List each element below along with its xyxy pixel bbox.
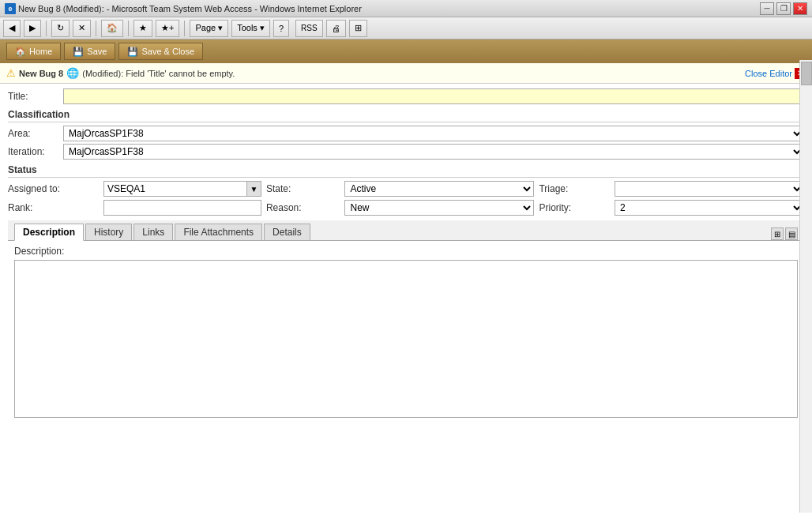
browser-toolbar: ◀ ▶ ↻ ✕ 🏠 ★ ★+ Page ▾ Tools ▾ ? RSS 🖨 ⊞: [0, 17, 812, 39]
iteration-row: Iteration: MajOrcasSP1F38: [8, 144, 804, 160]
rss-button[interactable]: RSS: [295, 20, 323, 37]
save-icon: 💾: [73, 47, 84, 57]
title-label: Title:: [8, 91, 63, 102]
back-button[interactable]: ◀: [3, 20, 21, 37]
priority-dropdown[interactable]: 1 2 3 4: [615, 200, 804, 216]
status-header: Status: [8, 164, 804, 178]
description-panel: Description:: [8, 241, 804, 425]
stop-button[interactable]: ✕: [73, 20, 91, 37]
area-dropdown[interactable]: MajOrcasSP1F38: [63, 126, 804, 141]
scrollbar-thumb[interactable]: [801, 62, 812, 85]
assigned-to-wrapper: ▼: [103, 181, 261, 197]
tab-history[interactable]: History: [85, 224, 132, 240]
browser-favicon: e: [5, 3, 16, 14]
tab-file-attachments[interactable]: File Attachments: [175, 224, 262, 240]
toolbar-separator2: [96, 21, 96, 36]
iteration-dropdown[interactable]: MajOrcasSP1F38: [63, 144, 804, 160]
help-button[interactable]: ?: [273, 20, 289, 37]
area-label: Area:: [8, 128, 63, 139]
tab-actions: ⊞ ▤: [771, 227, 798, 240]
favorites-button[interactable]: ★: [133, 20, 152, 37]
area-row: Area: MajOrcasSP1F38: [8, 126, 804, 141]
app-toolbar: 🏠 Home 💾 Save 💾 Save & Close: [0, 39, 812, 63]
tools-button[interactable]: Tools ▾: [231, 20, 270, 37]
title-input[interactable]: [63, 88, 804, 104]
classification-header: Classification: [8, 109, 804, 122]
close-button[interactable]: ✕: [793, 2, 807, 15]
state-dropdown[interactable]: Active Resolved Closed: [344, 181, 534, 197]
close-editor-button[interactable]: Close Editor ✕: [745, 68, 806, 79]
forward-button[interactable]: ▶: [24, 20, 41, 37]
warning-message: ⚠ New Bug 8 🌐 (Modified): Field 'Title' …: [6, 67, 235, 79]
more-tools-button[interactable]: ⊞: [349, 20, 367, 37]
main-layout: Title: Classification Area: MajOrcasSP1F…: [0, 84, 812, 530]
minimize-button[interactable]: ─: [760, 2, 774, 15]
save-close-icon: 💾: [127, 47, 138, 57]
close-editor-label: Close Editor: [745, 69, 792, 78]
tabs-bar: Description History Links File Attachmen…: [8, 220, 804, 241]
rank-label: Rank:: [8, 202, 99, 213]
assigned-label: Assigned to:: [8, 183, 99, 194]
state-label: State:: [266, 183, 340, 194]
description-textarea[interactable]: [14, 260, 798, 418]
toolbar-separator: [46, 21, 47, 36]
reason-dropdown[interactable]: New Fixed Deferred: [344, 200, 534, 216]
home-icon: 🏠: [15, 47, 26, 57]
tab-action-1[interactable]: ⊞: [771, 227, 784, 240]
warning-detail: (Modified): Field 'Title' cannot be empt…: [82, 69, 235, 78]
iteration-label: Iteration:: [8, 146, 63, 157]
scrollbar-track[interactable]: [799, 60, 812, 513]
restore-button[interactable]: ❐: [776, 2, 791, 15]
save-close-button[interactable]: 💾 Save & Close: [118, 43, 203, 60]
save-button[interactable]: 💾 Save: [64, 43, 115, 60]
globe-icon: 🌐: [66, 67, 79, 79]
tab-description[interactable]: Description: [14, 224, 84, 241]
assigned-dropdown-btn[interactable]: ▼: [246, 182, 261, 196]
title-row: Title:: [8, 88, 804, 104]
browser-title: New Bug 8 (Modified): - Microsoft Team S…: [18, 4, 362, 13]
tab-links[interactable]: Links: [133, 224, 173, 240]
reason-label: Reason:: [266, 202, 340, 213]
rank-input[interactable]: [103, 200, 261, 216]
warning-bar: ⚠ New Bug 8 🌐 (Modified): Field 'Title' …: [0, 63, 812, 84]
warning-icon: ⚠: [6, 67, 16, 79]
window-controls: ─ ❐ ✕: [760, 2, 807, 15]
print-button[interactable]: 🖨: [326, 20, 346, 37]
triage-label: Triage:: [539, 183, 610, 194]
assigned-to-input[interactable]: [104, 182, 246, 196]
refresh-button[interactable]: ↻: [51, 20, 70, 37]
browser-titlebar: e New Bug 8 (Modified): - Microsoft Team…: [0, 0, 812, 17]
bug-name: New Bug 8: [19, 69, 63, 78]
tab-action-2[interactable]: ▤: [785, 227, 798, 240]
toolbar-separator4: [184, 21, 185, 36]
toolbar-separator3: [128, 21, 129, 36]
form-area: Title: Classification Area: MajOrcasSP1F…: [0, 84, 812, 530]
description-label: Description:: [14, 246, 798, 257]
add-favorites-button[interactable]: ★+: [156, 20, 179, 37]
triage-dropdown[interactable]: [615, 181, 804, 197]
tab-details[interactable]: Details: [264, 224, 310, 240]
page-button[interactable]: Page ▾: [190, 20, 228, 37]
home-app-button[interactable]: 🏠 Home: [6, 43, 61, 60]
home-nav-button[interactable]: 🏠: [101, 20, 123, 37]
priority-label: Priority:: [539, 202, 610, 213]
